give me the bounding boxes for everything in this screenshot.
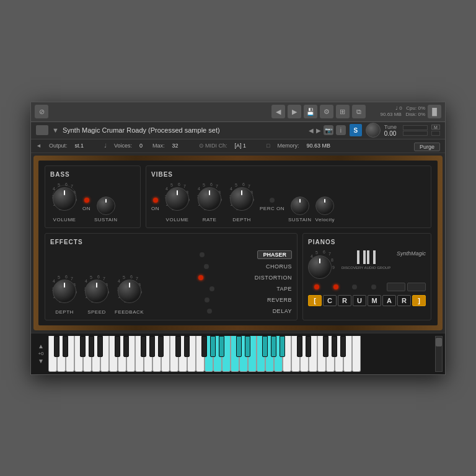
black-key-1-1[interactable] xyxy=(123,336,129,358)
keyboard-scrollbar[interactable] xyxy=(435,336,443,372)
keyboard-scroll-handle[interactable] xyxy=(436,338,442,346)
black-key-0-3[interactable] xyxy=(80,336,86,358)
vibes-perc-led[interactable] xyxy=(270,198,275,203)
vibes-on-led[interactable] xyxy=(153,198,158,203)
piano-led-2[interactable] xyxy=(333,284,338,289)
crumar-bracket-right: ] xyxy=(412,295,426,306)
crumar-m: M xyxy=(368,295,381,306)
svg-text:4: 4 xyxy=(118,279,120,283)
delay-label[interactable]: DELAY xyxy=(273,308,292,314)
effects-speed-group: 4 5 6 7 3 2 1 8 9 xyxy=(82,275,111,315)
toolbar-meter[interactable]: ▐▌ xyxy=(428,105,441,118)
tape-label[interactable]: TAPE xyxy=(276,286,292,292)
midi-value[interactable]: [A] 1 xyxy=(235,143,247,149)
black-key-1-4[interactable] xyxy=(149,336,155,358)
black-key-3-3[interactable] xyxy=(262,336,268,358)
keyboard-wrapper xyxy=(48,336,435,372)
piano-btn-1[interactable] xyxy=(387,283,405,291)
purge-button[interactable]: Purge xyxy=(414,143,440,151)
black-key-0-1[interactable] xyxy=(63,336,68,358)
camera-icon[interactable]: 📷 xyxy=(324,125,333,135)
info-icon[interactable]: i xyxy=(336,125,346,135)
black-key-2-3[interactable] xyxy=(201,336,207,358)
black-key-3-4[interactable] xyxy=(271,336,276,358)
tune-knob[interactable] xyxy=(366,123,381,138)
nav-prev-btn[interactable]: ◀ xyxy=(309,127,314,134)
black-key-2-4[interactable] xyxy=(210,336,216,358)
black-key-2-5[interactable] xyxy=(219,336,224,358)
black-key-4-4[interactable] xyxy=(332,336,337,358)
bass-sustain-knob[interactable] xyxy=(97,196,115,215)
output-value[interactable]: st.1 xyxy=(74,143,84,149)
reverb-label[interactable]: REVERB xyxy=(267,297,292,303)
lower-sections-row: EFFECTS 4 5 6 7 3 2 xyxy=(45,233,431,320)
piano-btn-2[interactable] xyxy=(407,283,426,291)
black-key-3-5[interactable] xyxy=(280,336,285,358)
black-key-3-1[interactable] xyxy=(245,336,250,358)
black-key-0-4[interactable] xyxy=(89,336,94,358)
black-key-1-3[interactable] xyxy=(141,336,146,358)
effect-phaser[interactable]: PHASER xyxy=(150,250,292,259)
black-key-1-5[interactable] xyxy=(158,336,164,358)
black-key-4-1[interactable] xyxy=(306,336,311,358)
vibes-perc-on-group: PERC ON xyxy=(260,196,284,211)
vibes-depth-knob[interactable] xyxy=(230,187,253,211)
vibes-knobs-row: ON 4 5 6 7 3 2 1 8 xyxy=(151,183,426,223)
vibes-rate-label: RATE xyxy=(203,217,217,223)
effects-depth-knob[interactable] xyxy=(53,280,76,303)
toolbar-multi[interactable]: ⧉ xyxy=(352,105,366,118)
reverb-led[interactable] xyxy=(205,298,209,302)
effect-chorus[interactable]: CHORUS xyxy=(150,263,292,270)
chorus-label[interactable]: CHORUS xyxy=(266,263,292,270)
black-key-2-1[interactable] xyxy=(184,336,190,358)
vibes-sustain-knob[interactable] xyxy=(291,196,309,215)
pianos-main-knob[interactable] xyxy=(308,255,332,279)
black-key-4-3[interactable] xyxy=(323,336,328,358)
toolbar-settings[interactable]: ⚙ xyxy=(320,105,333,118)
vibes-velocity-knob[interactable] xyxy=(315,196,334,215)
toolbar-bypass[interactable]: ⊘ xyxy=(35,105,48,118)
distortion-led[interactable] xyxy=(198,275,203,280)
tape-led[interactable] xyxy=(209,286,214,291)
black-key-0-0[interactable] xyxy=(54,336,60,358)
phaser-led[interactable] xyxy=(200,252,205,257)
white-key-35[interactable] xyxy=(352,336,361,372)
toolbar-next[interactable]: ▶ xyxy=(288,105,301,118)
effects-depth-group: 4 5 6 7 3 2 1 8 9 xyxy=(50,275,79,315)
effects-feedback-knob[interactable] xyxy=(118,280,141,303)
toolbar-save[interactable]: 💾 xyxy=(304,105,317,118)
black-key-2-0[interactable] xyxy=(175,336,181,358)
black-key-3-0[interactable] xyxy=(236,336,242,358)
black-key-1-0[interactable] xyxy=(115,336,120,358)
keyboard-section: ▲ +0 ▼ xyxy=(31,333,445,374)
piano-led-4[interactable] xyxy=(371,284,376,289)
delay-led[interactable] xyxy=(207,309,212,314)
bass-on-led[interactable] xyxy=(84,198,89,203)
voices-icon: ♩ xyxy=(104,143,107,149)
bass-volume-knob[interactable] xyxy=(53,187,76,211)
black-key-0-5[interactable] xyxy=(97,336,103,358)
toolbar-prev[interactable]: ◀ xyxy=(271,105,285,118)
output-icon: ◄ xyxy=(36,143,42,149)
vibes-volume-knob[interactable] xyxy=(165,187,189,211)
black-key-4-5[interactable] xyxy=(340,336,346,358)
black-key-4-0[interactable] xyxy=(297,336,302,358)
chorus-led[interactable] xyxy=(204,264,209,269)
piano-led-1[interactable] xyxy=(314,284,319,289)
kb-up-arrow[interactable]: ▲ xyxy=(38,343,44,350)
phaser-label[interactable]: PHASER xyxy=(257,250,292,259)
vibes-rate-knob[interactable] xyxy=(198,187,221,211)
effect-distortion[interactable]: DISTORTION xyxy=(150,274,292,281)
kb-down-arrow[interactable]: ▼ xyxy=(38,358,44,364)
distortion-label[interactable]: DISTORTION xyxy=(255,275,292,281)
svg-text:6: 6 xyxy=(178,183,180,187)
effect-delay[interactable]: DELAY xyxy=(150,307,292,315)
effect-tape[interactable]: TAPE xyxy=(150,285,292,293)
nav-next-btn[interactable]: ▶ xyxy=(316,127,321,134)
effects-speed-knob[interactable] xyxy=(85,280,108,303)
effect-reverb[interactable]: REVERB xyxy=(150,296,292,304)
toolbar-grid[interactable]: ⊞ xyxy=(336,105,350,118)
top-sections-row: BASS 4 5 6 7 3 2 xyxy=(45,165,431,228)
piano-led-3[interactable] xyxy=(352,284,357,289)
instrument-arrow[interactable]: ▼ xyxy=(52,126,59,134)
